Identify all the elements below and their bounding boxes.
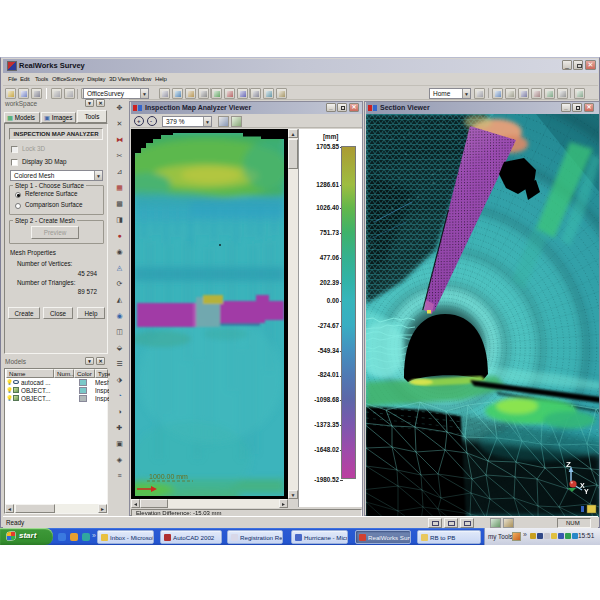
- svg-text:1000.00 mm: 1000.00 mm: [149, 473, 188, 480]
- svg-text:Z: Z: [566, 460, 571, 469]
- svg-text:Y: Y: [584, 488, 589, 495]
